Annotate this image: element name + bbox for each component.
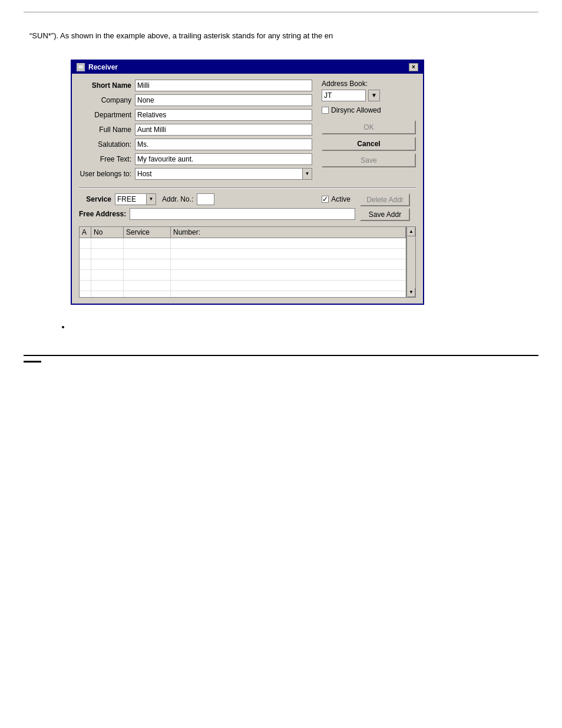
full-name-label: Full Name xyxy=(79,126,135,134)
dialog-body: Short Name Company Department Fu xyxy=(72,74,423,304)
free-addr-input[interactable] xyxy=(130,208,355,220)
table-row xyxy=(80,281,406,291)
save-addr-button[interactable]: Save Addr xyxy=(360,208,410,221)
scroll-track xyxy=(407,236,415,288)
dirsync-label: Dirsync Allowed xyxy=(331,106,381,114)
service-section: Service FREE ▼ Addr. No.: ✓ Active xyxy=(79,193,416,298)
dialog-close-button[interactable]: × xyxy=(409,63,418,71)
addr-book-label: Address Book: xyxy=(322,80,416,88)
table-main: A No Service Number: xyxy=(79,223,406,298)
cell-number xyxy=(171,291,406,297)
addr-no-input[interactable] xyxy=(197,193,214,205)
cell-a xyxy=(80,281,91,291)
company-input[interactable] xyxy=(135,94,312,106)
company-label: Company xyxy=(79,96,135,104)
cell-service xyxy=(124,291,171,297)
cell-service xyxy=(124,270,171,280)
service-main-left: Service FREE ▼ Addr. No.: ✓ Active xyxy=(79,193,355,223)
user-belongs-row: User belongs to: Host ▼ xyxy=(79,168,312,180)
page-container: “SUN*”). As shown in the example above, … xyxy=(0,0,562,728)
table-with-scroll: A No Service Number: xyxy=(79,223,416,298)
service-value: FREE xyxy=(115,195,146,204)
free-text-row: Free Text: xyxy=(79,153,312,165)
department-row: Department xyxy=(79,109,312,121)
addr-book-dropdown-button[interactable]: ▼ xyxy=(368,90,380,101)
bottom-rule xyxy=(24,355,538,356)
table-row xyxy=(80,270,406,281)
active-label: Active xyxy=(331,195,351,203)
full-name-input[interactable] xyxy=(135,124,312,136)
cell-no xyxy=(91,259,124,269)
delete-addr-button[interactable]: Delete Addr xyxy=(360,193,410,206)
form-left: Short Name Company Department Fu xyxy=(79,80,312,183)
dialog-title: Receiver xyxy=(88,63,118,71)
cell-a xyxy=(80,238,91,248)
cell-service xyxy=(124,281,171,291)
free-addr-label: Free Address: xyxy=(79,210,126,218)
scroll-down-button[interactable]: ▼ xyxy=(407,288,415,297)
active-checkbox[interactable]: ✓ xyxy=(322,196,329,203)
salutation-input[interactable] xyxy=(135,139,312,150)
cell-a xyxy=(80,259,91,269)
dirsync-row: Dirsync Allowed xyxy=(322,106,416,114)
table-section: A No Service Number: xyxy=(79,226,406,298)
cell-no xyxy=(91,270,124,280)
cell-number xyxy=(171,238,406,248)
user-belongs-select-wrapper: Host ▼ xyxy=(135,168,312,180)
addr-book-input[interactable] xyxy=(322,90,366,101)
table-scrollbar: ▲ ▼ xyxy=(406,226,416,298)
free-text-label: Free Text: xyxy=(79,155,135,163)
user-belongs-label: User belongs to: xyxy=(79,170,135,178)
service-main-right: Delete Addr Save Addr xyxy=(360,193,416,223)
cell-number xyxy=(171,281,406,291)
receiver-icon: ✉ xyxy=(77,63,85,71)
department-input[interactable] xyxy=(135,109,312,121)
form-section: Short Name Company Department Fu xyxy=(79,80,416,183)
short-name-input[interactable] xyxy=(135,80,312,91)
save-button[interactable]: Save xyxy=(322,153,416,167)
body-text: “SUN*”). As shown in the example above, … xyxy=(24,30,538,42)
cell-no xyxy=(91,249,124,259)
cell-number xyxy=(171,270,406,280)
service-select[interactable]: FREE ▼ xyxy=(115,193,156,205)
header-a: A xyxy=(80,227,91,238)
dialog-area: ✉ Receiver × Short Name Company xyxy=(71,60,538,305)
header-number: Number: xyxy=(171,227,406,238)
header-no: No xyxy=(91,227,124,238)
salutation-row: Salutation: xyxy=(79,139,312,150)
cancel-button[interactable]: Cancel xyxy=(322,137,416,151)
cell-number xyxy=(171,259,406,269)
scroll-up-button[interactable]: ▲ xyxy=(407,227,415,236)
cell-no xyxy=(91,281,124,291)
cell-no xyxy=(91,291,124,297)
table-row xyxy=(80,259,406,270)
service-row: Service FREE ▼ Addr. No.: ✓ Active xyxy=(79,193,355,205)
user-belongs-select[interactable]: Host ▼ xyxy=(135,168,312,180)
header-service: Service xyxy=(124,227,171,238)
short-name-label: Short Name xyxy=(79,81,135,90)
cell-service xyxy=(124,249,171,259)
dialog-titlebar: ✉ Receiver × xyxy=(72,61,423,74)
salutation-label: Salutation: xyxy=(79,140,135,149)
bullet-item xyxy=(71,322,538,331)
addr-no-label: Addr. No.: xyxy=(162,195,193,203)
user-belongs-dropdown-arrow[interactable]: ▼ xyxy=(302,169,312,179)
service-dropdown-arrow[interactable]: ▼ xyxy=(146,194,156,205)
department-label: Department xyxy=(79,111,135,119)
dirsync-checkbox[interactable] xyxy=(322,107,329,114)
table-row xyxy=(80,238,406,249)
table-body xyxy=(80,238,406,297)
cell-service xyxy=(124,259,171,269)
cell-a xyxy=(80,249,91,259)
cell-number xyxy=(171,249,406,259)
table-row xyxy=(80,291,406,297)
top-rule xyxy=(24,12,538,12)
separator xyxy=(79,187,416,189)
free-text-input[interactable] xyxy=(135,153,312,165)
company-row: Company xyxy=(79,94,312,106)
service-label: Service xyxy=(79,195,111,203)
cell-a xyxy=(80,270,91,280)
ok-button[interactable]: OK xyxy=(322,120,416,134)
short-name-row: Short Name xyxy=(79,80,312,91)
full-name-row: Full Name xyxy=(79,124,312,136)
